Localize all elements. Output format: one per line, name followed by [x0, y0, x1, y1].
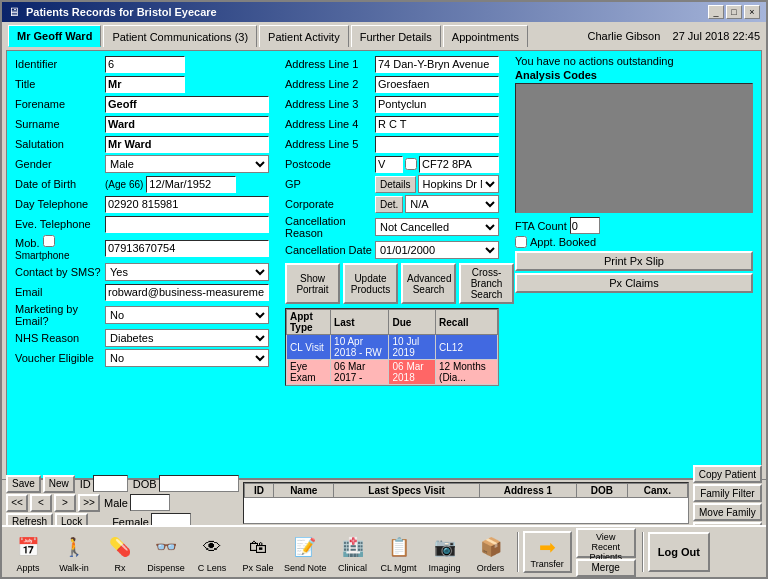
- nav-prev-button[interactable]: <: [30, 494, 52, 512]
- id-field[interactable]: [93, 475, 128, 492]
- new-button[interactable]: New: [43, 475, 75, 493]
- forename-input[interactable]: Geoff: [105, 96, 269, 113]
- sendnote-label: Send Note: [284, 563, 327, 573]
- cancel-reason-select[interactable]: Not Cancelled: [375, 218, 499, 236]
- mob-input[interactable]: 07913670754: [105, 240, 269, 257]
- print-px-slip-button[interactable]: Print Px Slip: [515, 251, 753, 271]
- eve-tel-input[interactable]: [105, 216, 269, 233]
- bottom-controls-area: Save New ID DOB << < > >> Male Refresh: [2, 479, 766, 525]
- day-tel-input[interactable]: 02920 815981: [105, 196, 269, 213]
- addr1-input[interactable]: 74 Dan-Y-Bryn Avenue: [375, 56, 499, 73]
- action-buttons: ShowPortrait UpdateProducts AdvancedSear…: [285, 263, 499, 304]
- show-portrait-button[interactable]: ShowPortrait: [285, 263, 340, 304]
- gp-select[interactable]: Hopkins Dr Mair: [418, 175, 499, 193]
- postcode-input[interactable]: CF72 8PA: [419, 156, 499, 173]
- window-controls: _ □ ×: [708, 5, 760, 19]
- tab-activity[interactable]: Patient Activity: [259, 25, 349, 47]
- surname-input[interactable]: Ward: [105, 116, 269, 133]
- appt-due-cell: 06 Mar 2018: [389, 360, 436, 385]
- advanced-search-button[interactable]: AdvancedSearch: [401, 263, 456, 304]
- toolbar-rx[interactable]: 💊 Rx: [98, 529, 142, 575]
- gender-row: Gender Male Female: [15, 155, 269, 173]
- dispense-label: Dispense: [147, 563, 185, 573]
- toolbar-sendnote[interactable]: 📝 Send Note: [282, 529, 329, 575]
- day-tel-label: Day Telephone: [15, 198, 105, 210]
- walkin-label: Walk-in: [59, 563, 89, 573]
- view-recent-button[interactable]: ViewRecentPatients: [576, 528, 636, 558]
- table-row[interactable]: Eye Exam 06 Mar 2017 - 06 Mar 2018 12 Mo…: [287, 360, 498, 385]
- tab-further-details[interactable]: Further Details: [351, 25, 441, 47]
- appt-due-cell: 10 Jul 2019: [389, 335, 436, 360]
- appt-booked-checkbox[interactable]: [515, 236, 527, 248]
- toolbar-imaging[interactable]: 📷 Imaging: [423, 529, 467, 575]
- identifier-input[interactable]: 6: [105, 56, 185, 73]
- rx-label: Rx: [115, 563, 126, 573]
- title-input[interactable]: Mr: [105, 76, 185, 93]
- move-family-button[interactable]: Move Family: [693, 503, 762, 521]
- update-products-button[interactable]: UpdateProducts: [343, 263, 398, 304]
- postcode-checkbox[interactable]: [405, 158, 417, 170]
- appt-last-cell: 06 Mar 2017 -: [331, 360, 389, 385]
- male-field[interactable]: [130, 494, 170, 511]
- gp-details-button[interactable]: Details: [375, 176, 416, 193]
- transfer-label: Transfer: [531, 559, 564, 569]
- cross-branch-search-button[interactable]: Cross-BranchSearch: [459, 263, 514, 304]
- toolbar-clinical[interactable]: 🏥 Clinical: [331, 529, 375, 575]
- cancel-date-select[interactable]: 01/01/2000: [375, 241, 499, 259]
- email-input[interactable]: robward@business-measureme: [105, 284, 269, 301]
- voucher-select[interactable]: No Yes: [105, 349, 269, 367]
- gp-label: GP: [285, 178, 375, 190]
- addr3-input[interactable]: Pontyclun: [375, 96, 499, 113]
- addr2-input[interactable]: Groesfaen: [375, 76, 499, 93]
- toolbar-pxsale[interactable]: 🛍 Px Sale: [236, 529, 280, 575]
- corporate-det-button[interactable]: Det.: [375, 196, 403, 213]
- toolbar-orders[interactable]: 📦 Orders: [469, 529, 513, 575]
- addr5-input[interactable]: [375, 136, 499, 153]
- merge-button[interactable]: Merge: [576, 559, 636, 577]
- tab-appointments[interactable]: Appointments: [443, 25, 528, 47]
- salutation-input[interactable]: Mr Ward: [105, 136, 269, 153]
- toolbar-walkin[interactable]: 🚶 Walk-in: [52, 529, 96, 575]
- toolbar-clmgmt[interactable]: 📋 CL Mgmt: [377, 529, 421, 575]
- family-filter-button[interactable]: Family Filter: [693, 484, 762, 502]
- mob-row: Mob. Smartphone 07913670754: [15, 235, 269, 261]
- voucher-label: Voucher Eligible: [15, 352, 105, 364]
- addr4-input[interactable]: R C T: [375, 116, 499, 133]
- dob-input[interactable]: 12/Mar/1952: [146, 176, 236, 193]
- tab-communications[interactable]: Patient Communications (3): [103, 25, 257, 47]
- eve-tel-row: Eve. Telephone: [15, 215, 269, 233]
- addr1-label: Address Line 1: [285, 58, 375, 70]
- nav-next-next-button[interactable]: >>: [78, 494, 100, 512]
- nav-prev-prev-button[interactable]: <<: [6, 494, 28, 512]
- tab-patient-name[interactable]: Mr Geoff Ward: [8, 25, 101, 47]
- toolbar-dispense[interactable]: 👓 Dispense: [144, 529, 188, 575]
- minimize-button[interactable]: _: [708, 5, 724, 19]
- maximize-button[interactable]: □: [726, 5, 742, 19]
- user-datetime: Charlie Gibson 27 Jul 2018 22:45: [588, 30, 760, 42]
- corporate-select[interactable]: N/A: [405, 195, 499, 213]
- toolbar-appts[interactable]: 📅 Appts: [6, 529, 50, 575]
- table-row[interactable]: CL Visit 10 Apr 2018 - RW 10 Jul 2019 CL…: [287, 335, 498, 360]
- fta-input[interactable]: 0: [570, 217, 600, 234]
- transfer-section: ➡ Transfer: [523, 531, 572, 573]
- smartphone-checkbox[interactable]: [43, 235, 55, 247]
- nav-next-button[interactable]: >: [54, 494, 76, 512]
- clinical-icon: 🏥: [337, 531, 369, 563]
- toolbar-clens[interactable]: 👁 C Lens: [190, 529, 234, 575]
- transfer-button[interactable]: ➡ Transfer: [523, 531, 572, 573]
- save-button[interactable]: Save: [6, 475, 41, 493]
- px-claims-button[interactable]: Px Claims: [515, 273, 753, 293]
- marketing-select[interactable]: No Yes: [105, 306, 269, 324]
- dob-row: Date of Birth (Age 66) 12/Mar/1952: [15, 175, 269, 193]
- copy-patient-button[interactable]: Copy Patient: [693, 465, 762, 483]
- nhs-select[interactable]: Diabetes: [105, 329, 269, 347]
- postcode-v-input[interactable]: V: [375, 156, 403, 173]
- close-button[interactable]: ×: [744, 5, 760, 19]
- appts-icon: 📅: [12, 531, 44, 563]
- contact-sms-select[interactable]: Yes No: [105, 263, 269, 281]
- dispense-icon: 👓: [150, 531, 182, 563]
- dob-field[interactable]: [159, 475, 239, 492]
- transfer-arrow-icon: ➡: [539, 535, 556, 559]
- gender-select[interactable]: Male Female: [105, 155, 269, 173]
- logout-button[interactable]: Log Out: [648, 532, 710, 572]
